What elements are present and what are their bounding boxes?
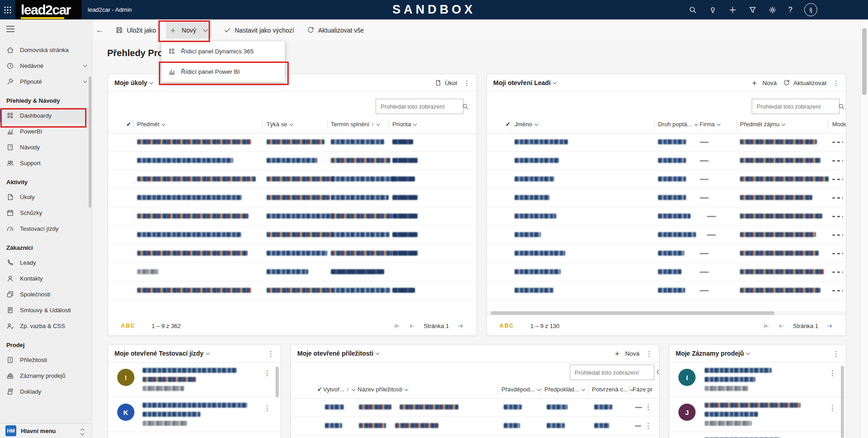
- table-row[interactable]: [487, 207, 846, 226]
- view-selector[interactable]: Moji otevření Leadi: [493, 79, 556, 86]
- sidebar-item-powerbi[interactable]: PowerBI: [0, 124, 92, 139]
- column-header-model[interactable]: Model: [832, 121, 846, 128]
- main-menu-switcher[interactable]: HM Hlavní menu: [0, 423, 92, 438]
- column-header-potvrzena-c[interactable]: Potvrzená c...: [592, 386, 633, 393]
- table-row[interactable]: [108, 263, 477, 281]
- menu-item-dynamics-dashboard[interactable]: Řídicí panel Dynamics 365: [162, 41, 285, 62]
- table-row[interactable]: [108, 170, 477, 189]
- sidebar-item-zaznamy-prodeju[interactable]: Záznamy prodejů: [0, 368, 92, 384]
- hamburger-menu-icon[interactable]: [5, 24, 15, 34]
- column-header-faze-pr[interactable]: Fáze pr: [633, 386, 653, 393]
- sidebar-item-ukoly[interactable]: Úkoly: [0, 189, 92, 205]
- table-row[interactable]: [108, 281, 477, 300]
- select-all-check[interactable]: ✓: [126, 121, 131, 128]
- page-next-icon[interactable]: [826, 323, 833, 329]
- table-row[interactable]: ⋮: [291, 417, 659, 435]
- sidebar-item-testovaci-jizdy[interactable]: Testovací jízdy: [0, 221, 92, 237]
- more-commands-icon[interactable]: ⋮: [267, 350, 274, 357]
- search-input[interactable]: [376, 103, 462, 110]
- refresh-button[interactable]: Aktualizovat: [783, 79, 826, 86]
- search-input[interactable]: [570, 369, 656, 376]
- set-default-button[interactable]: Nastavit jako výchozí: [219, 22, 299, 38]
- column-header-druh-popta[interactable]: Druh poptá...: [658, 121, 697, 128]
- column-header-predpoklad[interactable]: Předpoklád...: [544, 386, 585, 393]
- list-item[interactable]: !⋮: [108, 362, 281, 397]
- lightbulb-icon[interactable]: [709, 6, 717, 14]
- table-row[interactable]: [108, 207, 477, 226]
- filter-icon[interactable]: [749, 6, 757, 14]
- jump-bar[interactable]: ABC: [121, 323, 135, 329]
- sidebar-item-zp-vazba-css[interactable]: Zp. vazba & CSS: [0, 318, 92, 334]
- plus-icon[interactable]: [729, 6, 737, 14]
- lead2car-logo[interactable]: lead2car: [15, 0, 81, 19]
- column-header-pravdepod[interactable]: Přavděpod...: [501, 386, 540, 393]
- table-row[interactable]: [108, 189, 477, 207]
- help-icon[interactable]: ?: [788, 6, 792, 14]
- view-selector[interactable]: Moje úkoly: [114, 79, 153, 86]
- column-header-nazev-prilezitosti[interactable]: Název příležitosti: [358, 386, 408, 393]
- table-row[interactable]: [487, 263, 846, 281]
- search-icon[interactable]: [838, 103, 845, 110]
- table-row[interactable]: [487, 226, 846, 244]
- new-button[interactable]: + Nový: [166, 22, 212, 38]
- view-selector[interactable]: Moje Záznamy prodejů: [676, 350, 749, 357]
- row-more-icon[interactable]: ⋮: [829, 370, 836, 376]
- sidebar-item-dashboardy[interactable]: Dashboardy: [0, 108, 92, 124]
- column-header-termin-splneni[interactable]: Termín splnění↑: [331, 121, 380, 128]
- refresh-all-button[interactable]: Aktualizovat vše: [302, 22, 368, 38]
- select-all-check[interactable]: ✓: [506, 121, 510, 128]
- search-input[interactable]: [752, 103, 838, 110]
- table-row[interactable]: [108, 152, 477, 170]
- column-header-predmet[interactable]: Předmět: [137, 121, 165, 128]
- more-commands-icon[interactable]: ⋮: [833, 350, 839, 357]
- search-icon[interactable]: [656, 369, 659, 376]
- page-prev-icon[interactable]: [778, 323, 785, 329]
- page-first-icon[interactable]: [394, 323, 401, 329]
- column-header-predmet-zajmu[interactable]: Předmět zájmu: [740, 121, 785, 128]
- row-more-icon[interactable]: ⋮: [645, 404, 652, 410]
- sidebar-item-schuzky[interactable]: Schůzky: [0, 205, 92, 221]
- sidebar-item-domovska-stranka[interactable]: Domovská stránka: [0, 42, 92, 58]
- table-row[interactable]: [487, 152, 846, 170]
- new-lead-button[interactable]: + Nová: [752, 79, 777, 86]
- jump-bar[interactable]: ABC: [500, 323, 514, 329]
- more-commands-icon[interactable]: ⋮: [463, 80, 470, 86]
- table-row[interactable]: [487, 170, 846, 189]
- menu-item-powerbi-dashboard[interactable]: Řídicí panel Power BI: [162, 62, 285, 82]
- search-icon[interactable]: [689, 6, 697, 14]
- list-item[interactable]: J⋮: [669, 397, 846, 432]
- sidebar-item-nedavne[interactable]: Nedávné: [0, 58, 92, 74]
- app-launcher-waffle-icon[interactable]: [0, 0, 15, 19]
- list-item[interactable]: I⋮: [669, 362, 846, 397]
- view-selector[interactable]: Moje otevřené Testovací jízdy: [114, 350, 209, 357]
- table-row[interactable]: [108, 244, 477, 263]
- column-header-jmeno[interactable]: Jméno: [515, 121, 538, 128]
- sidebar-item-kontakty[interactable]: Kontakty: [0, 271, 92, 286]
- column-header-priorita[interactable]: Priorita: [392, 121, 416, 128]
- sidebar-item-smlouvy-udalosti[interactable]: Smlouvy & Události: [0, 302, 92, 318]
- column-header-vytvor[interactable]: Vytvoř...↑: [323, 386, 355, 393]
- page-prev-icon[interactable]: [409, 323, 415, 329]
- page-next-icon[interactable]: [457, 323, 464, 329]
- sidebar-item-leady[interactable]: Leady: [0, 255, 92, 271]
- page-first-icon[interactable]: [763, 323, 770, 329]
- table-row[interactable]: [487, 244, 846, 263]
- column-header-firma[interactable]: Firma: [700, 121, 720, 128]
- page-scrollbar-thumb[interactable]: [862, 28, 867, 95]
- sidebar-scrollbar-thumb[interactable]: [89, 76, 91, 208]
- column-header-tyka-se[interactable]: Týká se: [267, 121, 293, 128]
- new-opportunity-button[interactable]: + Nová: [615, 350, 639, 357]
- list-item[interactable]: K⋮: [108, 397, 281, 432]
- table-row[interactable]: [108, 133, 477, 152]
- table-row[interactable]: [487, 281, 846, 300]
- sidebar-item-support[interactable]: Support: [0, 155, 92, 171]
- new-task-button[interactable]: Úkol: [434, 79, 457, 86]
- gear-icon[interactable]: [768, 6, 777, 14]
- sidebar-item-prilezitosti[interactable]: Příležitosti: [0, 352, 92, 368]
- sidebar-item-spolecnosti[interactable]: Společnosti: [0, 286, 92, 302]
- view-selector[interactable]: Moje otevřené příležitosti: [297, 350, 379, 357]
- table-row[interactable]: [487, 133, 846, 152]
- table-row[interactable]: [487, 189, 846, 207]
- horizontal-scrollbar-thumb[interactable]: [491, 311, 775, 315]
- search-icon[interactable]: [462, 103, 469, 110]
